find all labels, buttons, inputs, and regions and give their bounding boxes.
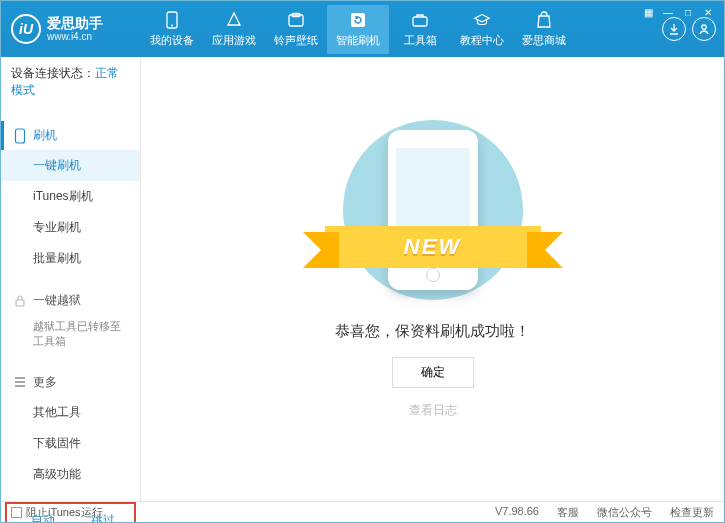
sidebar-item-download-fw[interactable]: 下载固件: [1, 428, 140, 459]
jailbreak-note: 越狱工具已转移至工具箱: [33, 319, 130, 350]
toolbox-icon: [411, 11, 429, 29]
new-ribbon: NEW: [325, 226, 541, 268]
svg-rect-4: [351, 13, 365, 27]
apps-icon: [225, 11, 243, 29]
nav-ringtones[interactable]: 铃声壁纸: [265, 5, 327, 54]
svg-rect-7: [16, 129, 25, 143]
app-header: iU 爱思助手 www.i4.cn 我的设备 应用游戏 铃声壁纸 智能刷机 工具…: [1, 1, 724, 57]
grid-icon[interactable]: ▦: [639, 4, 657, 20]
refresh-icon: [349, 11, 367, 29]
graduation-icon: [473, 11, 491, 29]
device-status: 设备连接状态：正常模式: [1, 57, 140, 107]
nav-my-devices[interactable]: 我的设备: [141, 5, 203, 54]
sidebar-head-jailbreak: 一键越狱: [1, 286, 140, 315]
nav-tutorials[interactable]: 教程中心: [451, 5, 513, 54]
folder-icon: [287, 11, 305, 29]
app-url: www.i4.cn: [47, 31, 103, 43]
sidebar-item-itunes[interactable]: iTunes刷机: [1, 181, 140, 212]
sidebar-item-batch[interactable]: 批量刷机: [1, 243, 140, 274]
nav-store[interactable]: 爱思商城: [513, 5, 575, 54]
nav-tools[interactable]: 工具箱: [389, 5, 451, 54]
window-titlebar: ▦ — □ ✕: [639, 4, 717, 20]
close-icon[interactable]: ✕: [699, 4, 717, 20]
minimize-icon[interactable]: —: [659, 4, 677, 20]
footer-support[interactable]: 客服: [557, 505, 579, 520]
svg-rect-8: [16, 300, 24, 306]
checkbox-skip-setup[interactable]: ✓跳过向导: [77, 512, 125, 523]
nav-apps[interactable]: 应用游戏: [203, 5, 265, 54]
lock-icon: [13, 294, 27, 308]
sidebar: 设备连接状态：正常模式 刷机 一键刷机 iTunes刷机 专业刷机 批量刷机 一…: [1, 57, 141, 501]
activation-options: ✓自动激活 ✓跳过向导: [5, 502, 136, 523]
phone-outline-icon: [13, 129, 27, 143]
sidebar-item-advanced[interactable]: 高级功能: [1, 459, 140, 490]
sidebar-head-flash[interactable]: 刷机: [1, 121, 140, 150]
app-logo: iU 爱思助手 www.i4.cn: [11, 14, 141, 44]
download-button[interactable]: [662, 17, 686, 41]
user-button[interactable]: [692, 17, 716, 41]
list-icon: [13, 375, 27, 389]
footer-update[interactable]: 检查更新: [670, 505, 714, 520]
app-title: 爱思助手: [47, 15, 103, 32]
ok-button[interactable]: 确定: [392, 357, 474, 388]
svg-point-6: [702, 25, 706, 29]
bag-icon: [535, 11, 553, 29]
footer-wechat[interactable]: 微信公众号: [597, 505, 652, 520]
logo-icon: iU: [11, 14, 41, 44]
nav-flash[interactable]: 智能刷机: [327, 5, 389, 54]
sidebar-item-other-tools[interactable]: 其他工具: [1, 397, 140, 428]
sidebar-head-more[interactable]: 更多: [1, 368, 140, 397]
svg-point-1: [171, 24, 173, 26]
maximize-icon[interactable]: □: [679, 4, 697, 20]
checkbox-auto-activate[interactable]: ✓自动激活: [17, 512, 65, 523]
sidebar-item-oneclick[interactable]: 一键刷机: [1, 150, 140, 181]
main-nav: 我的设备 应用游戏 铃声壁纸 智能刷机 工具箱 教程中心 爱思商城: [141, 5, 662, 54]
success-illustration: NEW: [343, 120, 523, 300]
success-message: 恭喜您，保资料刷机成功啦！: [335, 322, 530, 341]
version-label: V7.98.66: [495, 505, 539, 520]
main-content: NEW 恭喜您，保资料刷机成功啦！ 确定 查看日志: [141, 57, 724, 501]
phone-icon: [163, 11, 181, 29]
sidebar-item-pro[interactable]: 专业刷机: [1, 212, 140, 243]
view-log-link[interactable]: 查看日志: [409, 402, 457, 419]
svg-rect-5: [413, 17, 427, 26]
